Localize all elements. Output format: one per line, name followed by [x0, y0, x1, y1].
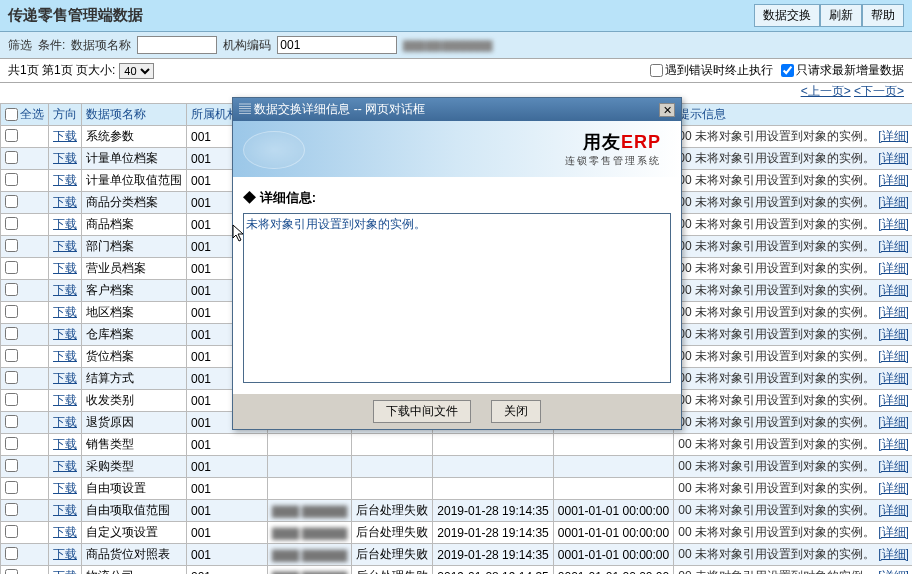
- row-checkbox[interactable]: [5, 459, 18, 472]
- data-exchange-button[interactable]: 数据交换: [754, 4, 820, 27]
- help-button[interactable]: 帮助: [862, 4, 904, 27]
- detail-link[interactable]: [详细]: [878, 239, 909, 253]
- detail-link[interactable]: [详细]: [878, 261, 909, 275]
- item-name-cell: 销售类型: [82, 434, 187, 456]
- last-time-cell: [553, 456, 673, 478]
- stop-on-error-checkbox[interactable]: [650, 64, 663, 77]
- last-time-cell: 0001-01-01 00:00:00: [553, 566, 673, 575]
- download-link[interactable]: 下载: [53, 569, 77, 574]
- detail-link[interactable]: [详细]: [878, 371, 909, 385]
- row-checkbox[interactable]: [5, 327, 18, 340]
- row-checkbox[interactable]: [5, 525, 18, 538]
- row-checkbox[interactable]: [5, 503, 18, 516]
- detail-link[interactable]: [详细]: [878, 415, 909, 429]
- download-link[interactable]: 下载: [53, 261, 77, 275]
- next-page-link[interactable]: <下一页>: [854, 84, 904, 98]
- row-checkbox[interactable]: [5, 283, 18, 296]
- download-link[interactable]: 下载: [53, 525, 77, 539]
- item-name-input[interactable]: [137, 36, 217, 54]
- row-checkbox[interactable]: [5, 129, 18, 142]
- detail-link[interactable]: [详细]: [878, 305, 909, 319]
- download-link[interactable]: 下载: [53, 151, 77, 165]
- item-name-cell: 系统参数: [82, 126, 187, 148]
- hint-cell: 00 未将对象引用设置到对象的实例。 [详细]: [674, 434, 912, 456]
- row-checkbox[interactable]: [5, 393, 18, 406]
- detail-link[interactable]: [详细]: [878, 173, 909, 187]
- row-checkbox[interactable]: [5, 305, 18, 318]
- close-icon[interactable]: ✕: [659, 103, 675, 117]
- status-cell: [352, 456, 433, 478]
- row-checkbox[interactable]: [5, 239, 18, 252]
- download-link[interactable]: 下载: [53, 173, 77, 187]
- detail-link[interactable]: [详细]: [878, 503, 909, 517]
- org-code-input[interactable]: [277, 36, 397, 54]
- detail-link[interactable]: [详细]: [878, 129, 909, 143]
- detail-textarea[interactable]: 未将对象引用设置到对象的实例。: [243, 213, 671, 383]
- hint-cell: 00 未将对象引用设置到对象的实例。 [详细]: [674, 346, 912, 368]
- select-all-checkbox[interactable]: [5, 108, 18, 121]
- process-time-cell: 2019-01-28 19:14:35: [433, 566, 553, 575]
- row-checkbox[interactable]: [5, 547, 18, 560]
- download-link[interactable]: 下载: [53, 129, 77, 143]
- download-link[interactable]: 下载: [53, 503, 77, 517]
- download-link[interactable]: 下载: [53, 459, 77, 473]
- row-checkbox[interactable]: [5, 569, 18, 575]
- org-name-cell: [268, 434, 352, 456]
- detail-link[interactable]: [详细]: [878, 547, 909, 561]
- download-intermediate-button[interactable]: 下载中间文件: [373, 400, 471, 423]
- col-item-name: 数据项名称: [82, 104, 187, 126]
- hint-cell: 00 未将对象引用设置到对象的实例。 [详细]: [674, 302, 912, 324]
- download-link[interactable]: 下载: [53, 415, 77, 429]
- download-link[interactable]: 下载: [53, 327, 77, 341]
- detail-link[interactable]: [详细]: [878, 151, 909, 165]
- download-link[interactable]: 下载: [53, 239, 77, 253]
- download-link[interactable]: 下载: [53, 283, 77, 297]
- detail-link[interactable]: [详细]: [878, 393, 909, 407]
- download-link[interactable]: 下载: [53, 195, 77, 209]
- detail-section-title: 详细信息:: [243, 189, 671, 207]
- detail-link[interactable]: [详细]: [878, 283, 909, 297]
- only-latest-checkbox[interactable]: [781, 64, 794, 77]
- row-checkbox[interactable]: [5, 151, 18, 164]
- detail-link[interactable]: [详细]: [878, 481, 909, 495]
- stop-on-error-wrap[interactable]: 遇到错误时终止执行: [650, 62, 773, 79]
- detail-link[interactable]: [详细]: [878, 195, 909, 209]
- dialog-buttons: 下载中间文件 关闭: [233, 394, 681, 429]
- download-link[interactable]: 下载: [53, 349, 77, 363]
- detail-link[interactable]: [详细]: [878, 217, 909, 231]
- detail-link[interactable]: [详细]: [878, 437, 909, 451]
- hint-cell: 00 未将对象引用设置到对象的实例。 [详细]: [674, 148, 912, 170]
- download-link[interactable]: 下载: [53, 217, 77, 231]
- download-link[interactable]: 下载: [53, 481, 77, 495]
- row-checkbox[interactable]: [5, 371, 18, 384]
- process-time-cell: [433, 456, 553, 478]
- download-link[interactable]: 下载: [53, 437, 77, 451]
- org-name-cell: [268, 456, 352, 478]
- download-link[interactable]: 下载: [53, 393, 77, 407]
- item-name-cell: 地区档案: [82, 302, 187, 324]
- row-checkbox[interactable]: [5, 437, 18, 450]
- only-latest-wrap[interactable]: 只请求最新增量数据: [781, 62, 904, 79]
- download-link[interactable]: 下载: [53, 305, 77, 319]
- row-checkbox[interactable]: [5, 415, 18, 428]
- row-checkbox[interactable]: [5, 349, 18, 362]
- download-link[interactable]: 下载: [53, 547, 77, 561]
- row-checkbox[interactable]: [5, 195, 18, 208]
- download-link[interactable]: 下载: [53, 371, 77, 385]
- detail-link[interactable]: [详细]: [878, 459, 909, 473]
- prev-page-link[interactable]: <上一页>: [801, 84, 851, 98]
- hint-cell: 00 未将对象引用设置到对象的实例。 [详细]: [674, 522, 912, 544]
- row-checkbox[interactable]: [5, 261, 18, 274]
- detail-link[interactable]: [详细]: [878, 349, 909, 363]
- refresh-button[interactable]: 刷新: [820, 4, 862, 27]
- page-size-select[interactable]: 40: [119, 63, 154, 79]
- row-checkbox[interactable]: [5, 481, 18, 494]
- row-checkbox[interactable]: [5, 217, 18, 230]
- hint-cell: 00 未将对象引用设置到对象的实例。 [详细]: [674, 456, 912, 478]
- dialog-title-text: ▤ 数据交换详细信息 -- 网页对话框: [239, 101, 425, 118]
- detail-link[interactable]: [详细]: [878, 327, 909, 341]
- detail-link[interactable]: [详细]: [878, 569, 909, 574]
- close-button[interactable]: 关闭: [491, 400, 541, 423]
- row-checkbox[interactable]: [5, 173, 18, 186]
- detail-link[interactable]: [详细]: [878, 525, 909, 539]
